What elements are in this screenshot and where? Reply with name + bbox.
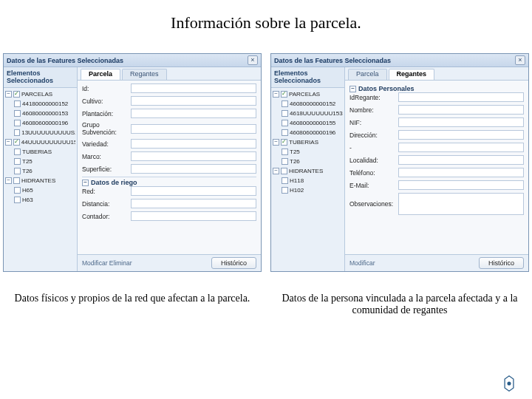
input-observaciones[interactable] bbox=[398, 193, 524, 215]
historico-button[interactable]: Histórico bbox=[211, 257, 256, 269]
bottom-bar-right: Modificar Histórico bbox=[345, 254, 528, 271]
input-grupo[interactable] bbox=[131, 124, 256, 134]
tree-group[interactable]: −TUBERIAS bbox=[273, 137, 343, 147]
tree-item[interactable]: 46080000000153 bbox=[5, 109, 75, 118]
input-nif[interactable] bbox=[398, 117, 524, 127]
input-cultivo[interactable] bbox=[131, 96, 256, 106]
checkbox[interactable] bbox=[14, 129, 21, 136]
tree-right[interactable]: −PARCELAS 46080000000152 4618UUUUUUU153 … bbox=[271, 88, 344, 197]
input-distancia[interactable] bbox=[131, 199, 256, 208]
input-variedad[interactable] bbox=[131, 139, 256, 149]
checkbox[interactable] bbox=[14, 197, 21, 203]
window-title-right: Datos de las Features Seleccionadas bbox=[274, 57, 391, 64]
label-variedad: Variedad: bbox=[82, 140, 128, 148]
tree-group[interactable]: −HIDRANTES bbox=[5, 176, 75, 185]
tree-group[interactable]: −PARCELAS bbox=[273, 89, 343, 99]
bottom-links-left[interactable]: Modificar Eliminar bbox=[82, 259, 132, 267]
tree-item[interactable]: 13UUUUUUUUUUS2 bbox=[5, 128, 75, 137]
input-direccion[interactable] bbox=[398, 130, 524, 140]
tab-parcela[interactable]: Parcela bbox=[348, 69, 387, 80]
tree-item[interactable]: 44180000000152 bbox=[5, 99, 75, 109]
checkbox[interactable] bbox=[14, 187, 21, 194]
expander-icon[interactable]: − bbox=[273, 168, 279, 174]
tree-item[interactable]: 46080600000196 bbox=[5, 118, 75, 128]
section-datos-riego[interactable]: −Datos de riego bbox=[82, 177, 256, 186]
tree-item[interactable]: H65 bbox=[5, 185, 75, 195]
checkbox[interactable] bbox=[282, 110, 288, 117]
tree-item[interactable]: 46080600000196 bbox=[273, 128, 343, 137]
historico-button[interactable]: Histórico bbox=[479, 257, 524, 269]
label-distancia: Distancia: bbox=[82, 200, 128, 208]
tree-item[interactable]: H63 bbox=[5, 195, 75, 205]
expander-icon[interactable]: − bbox=[273, 91, 279, 98]
tree-group[interactable]: −HIDRANTES bbox=[273, 166, 343, 176]
label-telefono: Teléfono: bbox=[349, 169, 395, 177]
label-red: Red: bbox=[82, 188, 128, 195]
tree-item[interactable]: 4618UUUUUUU153 bbox=[273, 109, 343, 118]
checkbox[interactable] bbox=[282, 100, 288, 107]
bottom-links-right[interactable]: Modificar bbox=[349, 259, 375, 267]
tab-regantes[interactable]: Regantes bbox=[389, 69, 435, 80]
expander-icon[interactable]: − bbox=[5, 177, 12, 184]
checkbox[interactable] bbox=[13, 139, 20, 146]
label-email: E-Mail: bbox=[349, 182, 395, 189]
expander-icon[interactable]: − bbox=[82, 180, 89, 186]
input-plantacion[interactable] bbox=[131, 109, 256, 118]
checkbox[interactable] bbox=[14, 120, 21, 126]
tree-item[interactable]: T25 bbox=[273, 147, 343, 157]
tree-item[interactable]: H118 bbox=[273, 176, 343, 185]
tree-item[interactable]: T25 bbox=[5, 157, 75, 166]
close-icon[interactable]: × bbox=[515, 55, 525, 65]
checkbox[interactable] bbox=[14, 100, 21, 107]
expander-icon[interactable]: − bbox=[5, 91, 12, 98]
checkbox[interactable] bbox=[282, 158, 288, 165]
tree-group[interactable]: −PARCELAS bbox=[5, 89, 75, 99]
checkbox[interactable] bbox=[281, 139, 287, 146]
tree-item[interactable]: TUBERIAS bbox=[5, 147, 75, 157]
tab-regantes[interactable]: Regantes bbox=[122, 69, 167, 80]
input-superficie[interactable] bbox=[131, 164, 256, 174]
expander-icon[interactable]: − bbox=[5, 139, 12, 146]
input-red[interactable] bbox=[131, 186, 256, 196]
checkbox[interactable] bbox=[13, 91, 20, 98]
close-icon[interactable]: × bbox=[248, 55, 258, 65]
sidebar-left: Elementos Seleccionados −PARCELAS 441800… bbox=[4, 67, 78, 271]
checkbox[interactable] bbox=[281, 168, 287, 174]
input-email[interactable] bbox=[398, 180, 524, 190]
sidebar-header-right: Elementos Seleccionados bbox=[271, 67, 344, 88]
input-marco[interactable] bbox=[131, 151, 256, 161]
checkbox[interactable] bbox=[14, 168, 21, 174]
input-telefono[interactable] bbox=[398, 168, 524, 177]
checkbox[interactable] bbox=[281, 91, 287, 98]
input-direccion2[interactable] bbox=[398, 143, 524, 152]
input-nombre[interactable] bbox=[398, 105, 524, 115]
checkbox[interactable] bbox=[13, 177, 20, 184]
checkbox[interactable] bbox=[14, 110, 21, 117]
checkbox[interactable] bbox=[282, 177, 288, 184]
section-datos-personales[interactable]: −Datos Personales bbox=[349, 83, 524, 92]
tree-left[interactable]: −PARCELAS 44180000000152 46080000000153 … bbox=[4, 88, 77, 206]
tree-item[interactable]: T26 bbox=[5, 166, 75, 176]
checkbox[interactable] bbox=[14, 149, 21, 155]
tree-item[interactable]: T26 bbox=[273, 157, 343, 166]
input-localidad[interactable] bbox=[398, 155, 524, 165]
tree-item[interactable]: 46080000000155 bbox=[273, 118, 343, 128]
tree-item[interactable]: H102 bbox=[273, 185, 343, 195]
label-contador: Contador: bbox=[82, 213, 128, 220]
checkbox[interactable] bbox=[14, 158, 21, 165]
sidebar-right: Elementos Seleccionados −PARCELAS 460800… bbox=[271, 67, 345, 271]
expander-icon[interactable]: − bbox=[349, 86, 356, 92]
expander-icon[interactable]: − bbox=[273, 139, 279, 146]
label-id: Id: bbox=[82, 85, 128, 92]
input-idregante[interactable] bbox=[398, 92, 524, 102]
checkbox[interactable] bbox=[282, 187, 288, 194]
checkbox[interactable] bbox=[282, 129, 288, 136]
checkbox[interactable] bbox=[282, 120, 288, 126]
checkbox[interactable] bbox=[282, 149, 288, 155]
input-contador[interactable] bbox=[131, 211, 256, 221]
tree-item[interactable]: 46080000000152 bbox=[273, 99, 343, 109]
tab-parcela[interactable]: Parcela bbox=[81, 69, 120, 80]
tree-group[interactable]: −44UUUUUUUUUU15 bbox=[5, 137, 75, 147]
input-id[interactable] bbox=[131, 83, 256, 93]
tabs-right: Parcela Regantes bbox=[345, 67, 528, 81]
